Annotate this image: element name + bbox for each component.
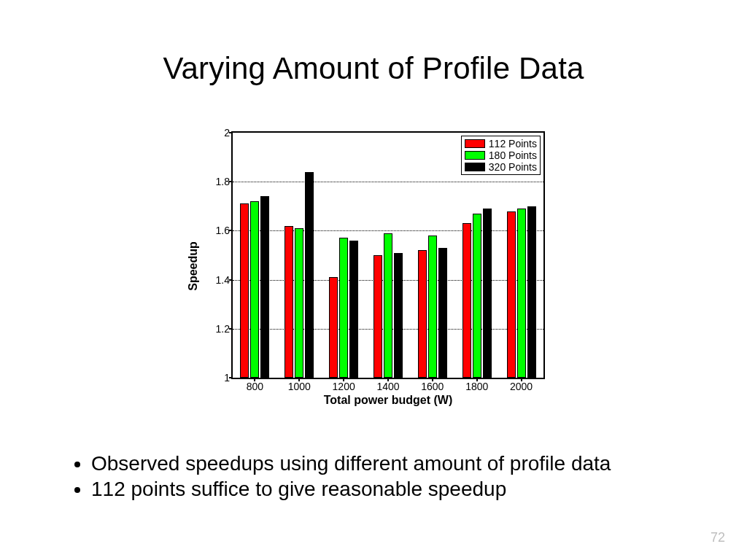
chart-xtick-mark bbox=[432, 378, 433, 381]
chart-plot-area: 112 Points180 Points320 Points 11.21.41.… bbox=[231, 131, 545, 379]
page-number: 72 bbox=[711, 530, 725, 545]
chart-xtick-mark bbox=[476, 378, 478, 381]
chart-bar bbox=[240, 203, 249, 378]
chart-xtick-mark bbox=[343, 378, 344, 381]
chart-xlabel: Total power budget (W) bbox=[231, 394, 545, 407]
chart-ytick-mark bbox=[229, 279, 233, 281]
bullet-item: 112 points suffice to give reasonable sp… bbox=[91, 476, 611, 502]
bullet-list: Observed speedups using different amount… bbox=[40, 451, 611, 502]
slide-title: Varying Amount of Profile Data bbox=[0, 51, 747, 86]
chart-ytick-mark bbox=[229, 328, 233, 330]
legend-swatch bbox=[465, 163, 485, 171]
chart-bar bbox=[374, 255, 382, 378]
chart-bar bbox=[483, 209, 492, 378]
chart-bar bbox=[285, 226, 293, 378]
legend-item: 112 Points bbox=[465, 138, 537, 149]
chart-gridline bbox=[233, 230, 543, 231]
chart-xtick-mark bbox=[254, 378, 255, 381]
chart-ytick-mark bbox=[229, 377, 233, 378]
bullet-item: Observed speedups using different amount… bbox=[91, 451, 611, 476]
chart-xtick-mark bbox=[387, 378, 389, 381]
chart-bar bbox=[418, 250, 427, 378]
legend-item: 180 Points bbox=[465, 149, 537, 161]
chart-bar bbox=[438, 248, 447, 378]
chart-bar bbox=[462, 223, 471, 378]
chart-bar bbox=[527, 206, 536, 378]
chart-bar bbox=[507, 211, 516, 378]
chart-ytick-mark bbox=[229, 132, 233, 133]
chart-container: Speedup 112 Points180 Points320 Points 1… bbox=[187, 124, 560, 408]
legend-label: 320 Points bbox=[489, 161, 537, 173]
chart-bar bbox=[329, 277, 338, 378]
chart-bar bbox=[384, 233, 392, 378]
chart-xtick-mark bbox=[521, 378, 522, 381]
slide: Varying Amount of Profile Data Speedup 1… bbox=[0, 0, 747, 560]
chart-gridline bbox=[233, 182, 543, 182]
chart-bar bbox=[394, 253, 403, 378]
legend-label: 180 Points bbox=[489, 149, 537, 161]
chart-bar bbox=[305, 172, 314, 378]
chart-xtick-mark bbox=[298, 378, 300, 381]
legend-label: 112 Points bbox=[489, 138, 537, 149]
chart-ylabel: Speedup bbox=[187, 241, 200, 291]
legend-item: 320 Points bbox=[465, 161, 537, 173]
chart-bar bbox=[260, 196, 269, 378]
chart-bar bbox=[349, 241, 358, 378]
chart-bar bbox=[473, 214, 481, 378]
chart-legend: 112 Points180 Points320 Points bbox=[461, 136, 541, 175]
chart-bar bbox=[517, 209, 526, 378]
legend-swatch bbox=[465, 139, 485, 148]
chart-bar bbox=[428, 236, 437, 378]
legend-swatch bbox=[465, 151, 485, 160]
chart-bar bbox=[250, 201, 259, 378]
chart-ytick-mark bbox=[229, 230, 233, 231]
chart-bar bbox=[295, 228, 303, 378]
chart-ytick-mark bbox=[229, 181, 233, 182]
chart-bar bbox=[339, 238, 348, 378]
